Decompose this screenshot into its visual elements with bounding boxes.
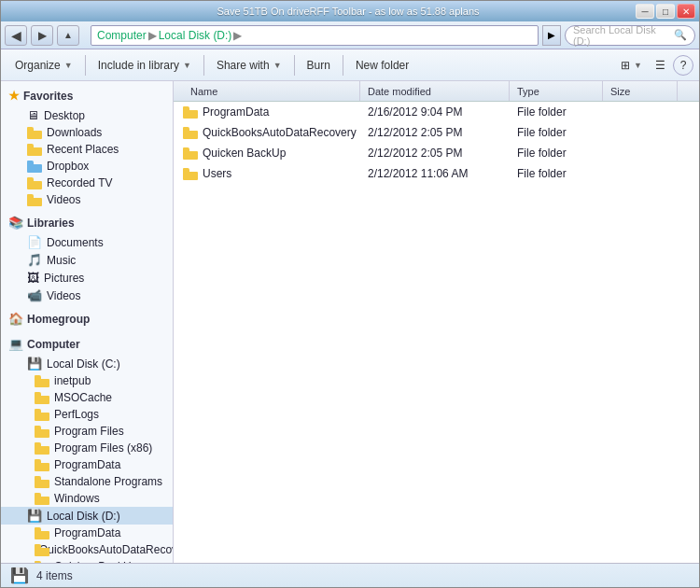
sidebar-item-inetpub[interactable]: inetpub	[1, 372, 173, 389]
homegroup-label: Homegroup	[27, 313, 90, 326]
quicken-backup-icon	[35, 561, 49, 564]
title-bar: Save 51TB On driveRFF Toolbar - as low a…	[1, 1, 699, 21]
computer-icon: 💻	[8, 337, 23, 351]
inetpub-label: inetpub	[54, 374, 91, 387]
file-modified-cell: 2/12/2012 11:06 AM	[360, 167, 510, 180]
programdata-d-label: ProgramData	[54, 526, 120, 539]
path-computer[interactable]: Computer	[97, 29, 147, 42]
view-icon: ⊞	[621, 59, 630, 72]
file-modified-cell: 2/12/2012 2:05 PM	[360, 126, 510, 139]
homegroup-section: 🏠 Homegroup	[1, 308, 173, 329]
maximize-button[interactable]: □	[656, 4, 675, 19]
lib-videos-icon: 📹	[27, 288, 42, 302]
downloads-label: Downloads	[47, 126, 102, 139]
sidebar-item-lib-videos[interactable]: 📹 Videos	[1, 287, 173, 304]
back-button[interactable]: ◀	[5, 25, 27, 46]
organize-button[interactable]: Organize ▼	[7, 53, 81, 77]
file-type-cell: File folder	[510, 126, 603, 139]
libraries-label: Libraries	[27, 217, 75, 230]
sidebar-item-videos[interactable]: Videos	[1, 191, 173, 208]
local-disk-c-label: Local Disk (C:)	[47, 357, 120, 371]
computer-header[interactable]: 💻 Computer	[1, 333, 173, 355]
search-icon[interactable]: 🔍	[674, 29, 687, 41]
programdata-d-icon	[35, 527, 49, 539]
sidebar-item-recorded-tv[interactable]: Recorded TV	[1, 175, 173, 191]
favorites-header[interactable]: ★ Favorites	[1, 85, 173, 106]
file-type-cell: File folder	[510, 105, 603, 119]
path-sep-2: ▶	[233, 29, 242, 42]
sidebar-item-pictures[interactable]: 🖼 Pictures	[1, 269, 173, 287]
homegroup-header[interactable]: 🏠 Homegroup	[1, 308, 173, 329]
sidebar-item-local-disk-d[interactable]: 💾 Local Disk (D:)	[1, 507, 173, 525]
sidebar-item-qbadr[interactable]: QuickBooksAutoDataRecovery	[1, 541, 173, 558]
search-box[interactable]: Search Local Disk (D:) 🔍	[565, 25, 695, 46]
address-bar: ◀ ▶ ▲ Computer ▶ Local Disk (D:) ▶ ▶ Sea…	[1, 21, 699, 49]
sidebar-item-desktop[interactable]: 🖥 Desktop	[1, 106, 173, 124]
forward-button[interactable]: ▶	[31, 25, 53, 46]
sidebar-item-program-files-x86[interactable]: Program Files (x86)	[1, 440, 173, 456]
sidebar-item-perflogs[interactable]: PerfLogs	[1, 406, 173, 423]
star-icon: ★	[8, 89, 20, 103]
recent-places-label: Recent Places	[47, 143, 119, 156]
col-header-name[interactable]: Name	[183, 81, 360, 101]
col-header-type[interactable]: Type	[510, 81, 603, 101]
sidebar-item-msocache[interactable]: MSOCache	[1, 389, 173, 406]
recorded-tv-icon	[27, 177, 42, 189]
burn-button[interactable]: Burn	[299, 53, 339, 77]
preview-button[interactable]: ☰	[650, 53, 671, 77]
col-header-size[interactable]: Size	[603, 81, 678, 101]
libraries-header[interactable]: 📚 Libraries	[1, 212, 173, 233]
help-button[interactable]: ?	[673, 55, 693, 76]
sidebar-item-program-files[interactable]: Program Files	[1, 423, 173, 440]
sidebar-item-documents[interactable]: 📄 Documents	[1, 233, 173, 251]
videos-fav-label: Videos	[47, 193, 80, 206]
table-row[interactable]: ProgramData 2/16/2012 9:04 PM File folde…	[174, 102, 699, 122]
toolbar-sep-4	[343, 55, 343, 76]
file-name: QuickBooksAutoDataRecovery	[203, 126, 357, 139]
col-type-label: Type	[517, 86, 539, 97]
share-with-button[interactable]: Share with ▼	[208, 53, 290, 77]
view-button[interactable]: ⊞ ▼	[615, 53, 648, 77]
sidebar-item-programdata-c[interactable]: ProgramData	[1, 456, 173, 473]
folder-qbadr-icon	[183, 127, 198, 139]
sidebar-item-dropbox[interactable]: Dropbox	[1, 158, 173, 175]
address-path[interactable]: Computer ▶ Local Disk (D:) ▶	[91, 25, 539, 46]
hdd-d-icon: 💾	[27, 509, 42, 523]
recorded-tv-label: Recorded TV	[47, 176, 112, 189]
libraries-icon: 📚	[8, 216, 23, 230]
new-folder-button[interactable]: New folder	[347, 53, 417, 77]
file-list: ProgramData 2/16/2012 9:04 PM File folde…	[174, 102, 699, 563]
program-files-label: Program Files	[54, 425, 124, 438]
sidebar-item-standalone[interactable]: Standalone Programs	[1, 473, 173, 490]
path-localdisk[interactable]: Local Disk (D:)	[159, 29, 232, 42]
sidebar-item-recent-places[interactable]: Recent Places	[1, 141, 173, 158]
include-arrow: ▼	[183, 61, 191, 70]
file-type-cell: File folder	[510, 167, 603, 180]
sidebar-item-windows[interactable]: Windows	[1, 490, 173, 507]
table-row[interactable]: QuickBooksAutoDataRecovery 2/12/2012 2:0…	[174, 122, 699, 143]
windows-icon	[35, 493, 49, 505]
column-header-row: Name Date modified Type Size	[174, 81, 699, 102]
sidebar-item-programdata-d[interactable]: ProgramData	[1, 525, 173, 541]
up-button[interactable]: ▲	[57, 25, 79, 46]
sidebar-item-music[interactable]: 🎵 Music	[1, 251, 173, 269]
preview-icon: ☰	[655, 59, 665, 72]
minimize-button[interactable]: ─	[636, 4, 654, 19]
programdata-c-label: ProgramData	[54, 458, 120, 471]
sidebar-item-local-disk-c[interactable]: 💾 Local Disk (C:)	[1, 355, 173, 372]
msocache-label: MSOCache	[54, 391, 112, 404]
favorites-label: Favorites	[23, 90, 73, 103]
program-files-x86-icon	[35, 442, 49, 455]
col-header-modified[interactable]: Date modified	[360, 81, 510, 101]
close-button[interactable]: ✕	[677, 4, 695, 19]
sidebar-item-downloads[interactable]: Downloads	[1, 124, 173, 141]
col-size-label: Size	[610, 86, 630, 97]
address-go-button[interactable]: ▶	[542, 25, 561, 46]
table-row[interactable]: Quicken BackUp 2/12/2012 2:05 PM File fo…	[174, 143, 699, 163]
table-row[interactable]: Users 2/12/2012 11:06 AM File folder	[174, 163, 699, 184]
file-name: Quicken BackUp	[203, 147, 286, 160]
favorites-section: ★ Favorites 🖥 Desktop Downloads	[1, 85, 173, 208]
dropbox-label: Dropbox	[47, 160, 89, 173]
documents-label: Documents	[47, 236, 104, 249]
include-in-library-button[interactable]: Include in library ▼	[90, 53, 200, 77]
